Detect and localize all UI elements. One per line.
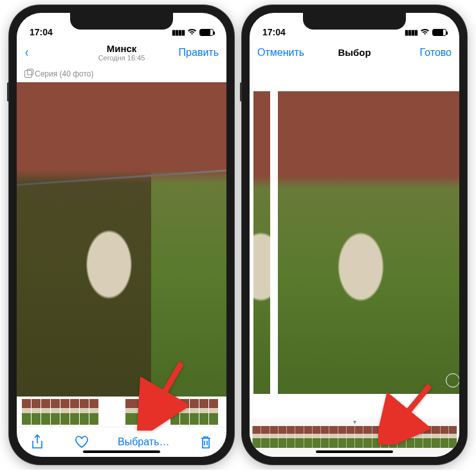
screen-left: 17:04 ▮▮▮▮ ‹ Минск Сегодня 16:45 Править… (17, 13, 226, 457)
scrub-thumb[interactable] (278, 426, 286, 448)
thumb[interactable] (199, 399, 208, 425)
picker-photo-prev[interactable] (253, 91, 270, 393)
favorite-button[interactable] (74, 434, 89, 450)
thumbnail-strip[interactable] (17, 396, 226, 427)
cellular-icon: ▮▮▮▮ (172, 28, 185, 37)
thumb[interactable] (22, 399, 31, 425)
nav-bar: ‹ Минск Сегодня 16:45 Править (17, 39, 226, 67)
notch (303, 13, 406, 30)
thumb-gap (144, 399, 170, 425)
edit-button[interactable]: Править (167, 47, 219, 58)
scrub-thumb[interactable] (286, 426, 295, 448)
scrub-thumb[interactable] (423, 426, 431, 448)
scrubber-caret-icon: ▾ (250, 418, 459, 426)
scrub-thumb[interactable] (354, 426, 363, 448)
share-button[interactable] (30, 434, 45, 450)
scrub-thumb[interactable] (363, 426, 371, 448)
burst-label: Серия (40 фото) (35, 69, 94, 78)
scrub-thumb[interactable] (295, 426, 303, 448)
scrub-thumb[interactable] (431, 426, 439, 448)
home-indicator[interactable] (316, 450, 393, 453)
wifi-icon (420, 27, 430, 37)
nav-subtitle: Сегодня 16:45 (98, 54, 145, 62)
thumb[interactable] (89, 399, 98, 425)
cellular-icon: ▮▮▮▮ (405, 28, 417, 37)
scrub-thumb[interactable] (346, 426, 354, 448)
thumb[interactable] (41, 399, 50, 425)
thumb[interactable] (170, 399, 179, 425)
scrub-thumb[interactable] (397, 426, 405, 448)
scrub-thumb[interactable] (440, 426, 448, 448)
status-time: 17:04 (262, 27, 286, 37)
status-indicators: ▮▮▮▮ (405, 27, 446, 37)
scrub-thumb[interactable] (414, 426, 423, 448)
thumb[interactable] (80, 399, 89, 425)
cancel-button[interactable]: Отменить (257, 47, 309, 58)
thumb[interactable] (60, 399, 69, 425)
thumb[interactable] (190, 399, 199, 425)
back-button[interactable]: ‹ (24, 44, 76, 61)
scrub-thumb[interactable] (252, 426, 261, 448)
share-icon (31, 434, 44, 450)
scrub-thumb[interactable] (261, 426, 269, 448)
scrubber-strip[interactable] (250, 426, 459, 448)
thumb-gap (99, 399, 125, 425)
scrub-thumb[interactable] (380, 426, 389, 448)
nav-bar: Отменить Выбор Готово (250, 39, 459, 67)
thumb[interactable] (209, 399, 218, 425)
scrub-thumb[interactable] (312, 426, 320, 448)
trash-icon (199, 435, 212, 449)
heart-icon (75, 436, 89, 449)
photo-viewer[interactable] (17, 82, 226, 396)
nav-title: Выбор (338, 47, 371, 58)
phone-left: 17:04 ▮▮▮▮ ‹ Минск Сегодня 16:45 Править… (9, 5, 234, 465)
thumb[interactable] (51, 399, 60, 425)
nav-title-group: Минск Сегодня 16:45 (98, 43, 145, 62)
thumb[interactable] (180, 399, 189, 425)
phone-right: 17:04 ▮▮▮▮ Отменить Выбор Готово (242, 5, 467, 465)
scrub-thumb[interactable] (372, 426, 380, 448)
screen-right: 17:04 ▮▮▮▮ Отменить Выбор Готово (250, 13, 459, 457)
scrub-thumb[interactable] (389, 426, 397, 448)
scrub-thumb[interactable] (320, 426, 329, 448)
nav-title-group: Выбор (338, 47, 371, 58)
scrub-thumb[interactable] (270, 426, 278, 448)
chevron-left-icon: ‹ (25, 44, 28, 61)
status-indicators: ▮▮▮▮ (172, 27, 214, 37)
scrub-thumb[interactable] (406, 426, 414, 448)
burst-picker[interactable] (250, 67, 459, 418)
done-button[interactable]: Готово (400, 47, 452, 58)
nav-title: Минск (98, 43, 145, 54)
burst-icon (24, 70, 32, 78)
delete-button[interactable] (198, 434, 214, 450)
burst-meta: Серия (40 фото) (17, 67, 226, 82)
thumb[interactable] (32, 399, 41, 425)
wifi-icon (187, 27, 197, 37)
scrub-thumb[interactable] (448, 426, 457, 448)
notch (70, 13, 173, 30)
thumb[interactable] (70, 399, 79, 425)
selection-circle-icon[interactable] (446, 373, 459, 387)
thumb-current[interactable] (125, 399, 143, 425)
picker-photo-current[interactable] (278, 91, 459, 393)
scrub-thumb[interactable] (338, 426, 346, 448)
battery-icon (199, 29, 214, 36)
battery-icon (432, 29, 446, 36)
select-button[interactable]: Выбрать… (118, 436, 169, 448)
home-indicator[interactable] (83, 450, 160, 453)
scrub-thumb[interactable] (329, 426, 337, 448)
status-time: 17:04 (30, 27, 53, 37)
scrub-thumb[interactable] (304, 426, 312, 448)
photo-image (17, 82, 226, 396)
